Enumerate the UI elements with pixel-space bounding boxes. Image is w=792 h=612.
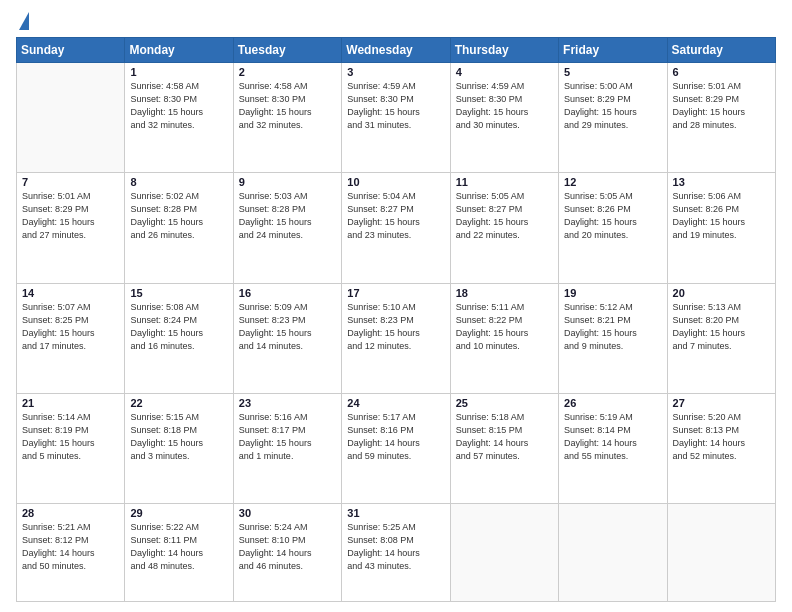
day-info: Sunrise: 5:15 AMSunset: 8:18 PMDaylight:… [130, 411, 227, 463]
calendar-day-cell: 28Sunrise: 5:21 AMSunset: 8:12 PMDayligh… [17, 504, 125, 602]
day-number: 20 [673, 287, 770, 299]
day-info: Sunrise: 5:01 AMSunset: 8:29 PMDaylight:… [673, 80, 770, 132]
page: SundayMondayTuesdayWednesdayThursdayFrid… [0, 0, 792, 612]
day-number: 30 [239, 507, 336, 519]
day-info: Sunrise: 5:06 AMSunset: 8:26 PMDaylight:… [673, 190, 770, 242]
calendar-day-cell: 17Sunrise: 5:10 AMSunset: 8:23 PMDayligh… [342, 283, 450, 393]
day-info: Sunrise: 5:05 AMSunset: 8:27 PMDaylight:… [456, 190, 553, 242]
calendar-day-cell: 31Sunrise: 5:25 AMSunset: 8:08 PMDayligh… [342, 504, 450, 602]
calendar: SundayMondayTuesdayWednesdayThursdayFrid… [16, 37, 776, 602]
day-of-week-header: Saturday [667, 38, 775, 63]
calendar-day-cell: 24Sunrise: 5:17 AMSunset: 8:16 PMDayligh… [342, 393, 450, 503]
day-number: 24 [347, 397, 444, 409]
day-info: Sunrise: 5:17 AMSunset: 8:16 PMDaylight:… [347, 411, 444, 463]
calendar-day-cell: 12Sunrise: 5:05 AMSunset: 8:26 PMDayligh… [559, 173, 667, 283]
day-number: 19 [564, 287, 661, 299]
calendar-week-row: 14Sunrise: 5:07 AMSunset: 8:25 PMDayligh… [17, 283, 776, 393]
calendar-day-cell: 27Sunrise: 5:20 AMSunset: 8:13 PMDayligh… [667, 393, 775, 503]
day-number: 16 [239, 287, 336, 299]
day-info: Sunrise: 5:09 AMSunset: 8:23 PMDaylight:… [239, 301, 336, 353]
day-info: Sunrise: 5:13 AMSunset: 8:20 PMDaylight:… [673, 301, 770, 353]
day-number: 25 [456, 397, 553, 409]
calendar-day-cell [17, 63, 125, 173]
calendar-week-row: 1Sunrise: 4:58 AMSunset: 8:30 PMDaylight… [17, 63, 776, 173]
day-number: 26 [564, 397, 661, 409]
day-info: Sunrise: 5:01 AMSunset: 8:29 PMDaylight:… [22, 190, 119, 242]
calendar-header-row: SundayMondayTuesdayWednesdayThursdayFrid… [17, 38, 776, 63]
day-info: Sunrise: 5:07 AMSunset: 8:25 PMDaylight:… [22, 301, 119, 353]
day-info: Sunrise: 5:03 AMSunset: 8:28 PMDaylight:… [239, 190, 336, 242]
calendar-day-cell: 13Sunrise: 5:06 AMSunset: 8:26 PMDayligh… [667, 173, 775, 283]
logo [16, 12, 29, 31]
day-number: 23 [239, 397, 336, 409]
day-number: 29 [130, 507, 227, 519]
day-number: 9 [239, 176, 336, 188]
calendar-day-cell: 21Sunrise: 5:14 AMSunset: 8:19 PMDayligh… [17, 393, 125, 503]
day-number: 14 [22, 287, 119, 299]
day-info: Sunrise: 5:00 AMSunset: 8:29 PMDaylight:… [564, 80, 661, 132]
calendar-day-cell: 10Sunrise: 5:04 AMSunset: 8:27 PMDayligh… [342, 173, 450, 283]
calendar-day-cell: 25Sunrise: 5:18 AMSunset: 8:15 PMDayligh… [450, 393, 558, 503]
calendar-day-cell: 5Sunrise: 5:00 AMSunset: 8:29 PMDaylight… [559, 63, 667, 173]
day-of-week-header: Sunday [17, 38, 125, 63]
calendar-day-cell: 23Sunrise: 5:16 AMSunset: 8:17 PMDayligh… [233, 393, 341, 503]
day-number: 2 [239, 66, 336, 78]
day-of-week-header: Friday [559, 38, 667, 63]
calendar-day-cell: 22Sunrise: 5:15 AMSunset: 8:18 PMDayligh… [125, 393, 233, 503]
day-info: Sunrise: 4:59 AMSunset: 8:30 PMDaylight:… [456, 80, 553, 132]
calendar-week-row: 21Sunrise: 5:14 AMSunset: 8:19 PMDayligh… [17, 393, 776, 503]
calendar-day-cell: 29Sunrise: 5:22 AMSunset: 8:11 PMDayligh… [125, 504, 233, 602]
day-of-week-header: Tuesday [233, 38, 341, 63]
day-info: Sunrise: 5:10 AMSunset: 8:23 PMDaylight:… [347, 301, 444, 353]
calendar-day-cell: 6Sunrise: 5:01 AMSunset: 8:29 PMDaylight… [667, 63, 775, 173]
day-number: 27 [673, 397, 770, 409]
day-info: Sunrise: 5:12 AMSunset: 8:21 PMDaylight:… [564, 301, 661, 353]
day-number: 22 [130, 397, 227, 409]
day-number: 18 [456, 287, 553, 299]
calendar-day-cell: 11Sunrise: 5:05 AMSunset: 8:27 PMDayligh… [450, 173, 558, 283]
calendar-day-cell: 18Sunrise: 5:11 AMSunset: 8:22 PMDayligh… [450, 283, 558, 393]
day-info: Sunrise: 5:08 AMSunset: 8:24 PMDaylight:… [130, 301, 227, 353]
day-info: Sunrise: 5:16 AMSunset: 8:17 PMDaylight:… [239, 411, 336, 463]
calendar-day-cell: 19Sunrise: 5:12 AMSunset: 8:21 PMDayligh… [559, 283, 667, 393]
calendar-day-cell: 30Sunrise: 5:24 AMSunset: 8:10 PMDayligh… [233, 504, 341, 602]
day-of-week-header: Wednesday [342, 38, 450, 63]
calendar-day-cell [450, 504, 558, 602]
day-info: Sunrise: 5:21 AMSunset: 8:12 PMDaylight:… [22, 521, 119, 573]
day-info: Sunrise: 4:59 AMSunset: 8:30 PMDaylight:… [347, 80, 444, 132]
day-info: Sunrise: 4:58 AMSunset: 8:30 PMDaylight:… [130, 80, 227, 132]
calendar-day-cell: 20Sunrise: 5:13 AMSunset: 8:20 PMDayligh… [667, 283, 775, 393]
day-number: 7 [22, 176, 119, 188]
day-info: Sunrise: 5:11 AMSunset: 8:22 PMDaylight:… [456, 301, 553, 353]
calendar-day-cell: 9Sunrise: 5:03 AMSunset: 8:28 PMDaylight… [233, 173, 341, 283]
day-info: Sunrise: 5:24 AMSunset: 8:10 PMDaylight:… [239, 521, 336, 573]
logo-triangle-icon [19, 12, 29, 30]
day-number: 15 [130, 287, 227, 299]
day-number: 12 [564, 176, 661, 188]
calendar-week-row: 7Sunrise: 5:01 AMSunset: 8:29 PMDaylight… [17, 173, 776, 283]
day-of-week-header: Monday [125, 38, 233, 63]
day-number: 1 [130, 66, 227, 78]
day-number: 17 [347, 287, 444, 299]
calendar-day-cell: 15Sunrise: 5:08 AMSunset: 8:24 PMDayligh… [125, 283, 233, 393]
day-number: 6 [673, 66, 770, 78]
day-info: Sunrise: 5:20 AMSunset: 8:13 PMDaylight:… [673, 411, 770, 463]
day-info: Sunrise: 5:14 AMSunset: 8:19 PMDaylight:… [22, 411, 119, 463]
calendar-day-cell: 26Sunrise: 5:19 AMSunset: 8:14 PMDayligh… [559, 393, 667, 503]
day-number: 31 [347, 507, 444, 519]
calendar-day-cell: 16Sunrise: 5:09 AMSunset: 8:23 PMDayligh… [233, 283, 341, 393]
calendar-day-cell: 8Sunrise: 5:02 AMSunset: 8:28 PMDaylight… [125, 173, 233, 283]
day-info: Sunrise: 5:04 AMSunset: 8:27 PMDaylight:… [347, 190, 444, 242]
day-number: 3 [347, 66, 444, 78]
calendar-day-cell: 1Sunrise: 4:58 AMSunset: 8:30 PMDaylight… [125, 63, 233, 173]
day-info: Sunrise: 5:19 AMSunset: 8:14 PMDaylight:… [564, 411, 661, 463]
calendar-day-cell [559, 504, 667, 602]
day-number: 5 [564, 66, 661, 78]
day-info: Sunrise: 5:02 AMSunset: 8:28 PMDaylight:… [130, 190, 227, 242]
day-number: 13 [673, 176, 770, 188]
day-info: Sunrise: 5:18 AMSunset: 8:15 PMDaylight:… [456, 411, 553, 463]
day-number: 10 [347, 176, 444, 188]
calendar-day-cell: 7Sunrise: 5:01 AMSunset: 8:29 PMDaylight… [17, 173, 125, 283]
day-number: 28 [22, 507, 119, 519]
day-number: 4 [456, 66, 553, 78]
